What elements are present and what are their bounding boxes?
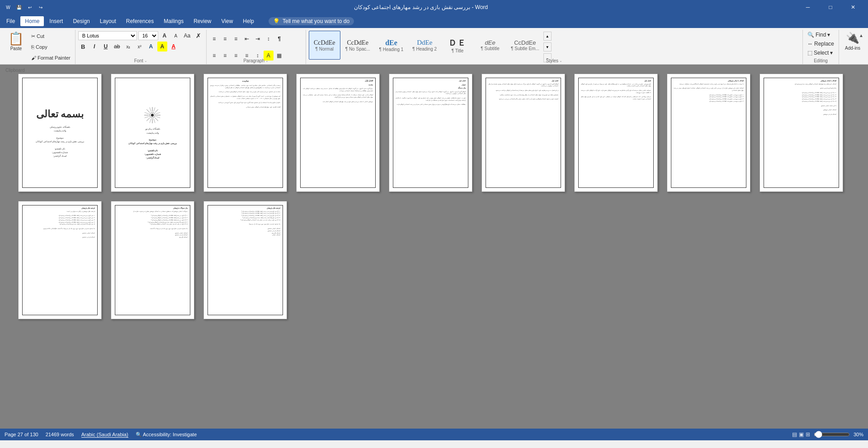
minimize-button[interactable]: ─: [797, 0, 818, 14]
select-button[interactable]: ⬚ Select ▾: [806, 49, 836, 57]
styles-group: CcDdEe ¶ Normal CcDdEe ¶ No Spac... dEe …: [306, 30, 803, 64]
editing-label: Editing: [814, 57, 828, 63]
decrease-indent-button[interactable]: ⇤: [242, 34, 252, 44]
font-expander[interactable]: ⌄: [144, 59, 147, 63]
editing-group: 🔍 Find ▾ ↔ Replace ⬚ Select ▾ Editing: [803, 30, 839, 64]
underline-button[interactable]: U: [101, 42, 111, 51]
tell-me-icon: 💡: [273, 18, 280, 24]
para-row-1: ≡ ≡ ≡ ⇤ ⇥ ↕ ¶: [209, 31, 303, 47]
title-bar-left: W 💾 ↩ ↪: [5, 4, 44, 11]
page-11: بیان سوالات پژوهش سوالات اصلی پژوهش که ب…: [111, 201, 194, 319]
language-indicator[interactable]: Arabic (Saudi Arabia): [81, 432, 128, 438]
style-title[interactable]: ＤＥ ¶ Title: [442, 31, 473, 60]
view-read-button[interactable]: ⊞: [806, 431, 810, 438]
font-group: B Lotus 16 A A Aa ✗ B I U ab x₂ x² A A A: [75, 30, 207, 64]
font-size-select[interactable]: 16: [138, 31, 158, 40]
bold-button[interactable]: B: [78, 42, 88, 51]
style-heading1[interactable]: dEe ¶ Heading 1: [375, 31, 408, 60]
copy-button[interactable]: ⎘ Copy: [29, 43, 72, 51]
style-title-label: ¶ Title: [452, 48, 464, 53]
style-normal[interactable]: CcDdEe ¶ Normal: [309, 31, 340, 60]
align-center-button[interactable]: ≡: [220, 51, 230, 61]
increase-indent-button[interactable]: ⇥: [253, 34, 263, 44]
style-subtle-emphasis[interactable]: CcDdEe ¶ Subtle Em...: [507, 31, 543, 60]
page11-content: بیان سوالات پژوهش سوالات اصلی پژوهش که ب…: [111, 201, 194, 319]
document-title: بررسی نقش بازی در رشد مهارهای اجتماعی کو…: [44, 4, 797, 10]
page12-content: فرضیه های پژوهش ۱- آیا بین بازی و بررسی …: [204, 201, 287, 319]
zoom-slider[interactable]: [814, 431, 850, 438]
title-bar: W 💾 ↩ ↪ بررسی نقش بازی در رشد مهارهای اج…: [0, 0, 868, 14]
font-grow-button[interactable]: A: [160, 31, 170, 41]
numbering-button[interactable]: ≡: [220, 34, 230, 44]
multilevel-list-button[interactable]: ≡: [231, 34, 241, 44]
align-left-button[interactable]: ≡: [209, 51, 219, 61]
format-painter-button[interactable]: 🖌 Format Painter: [29, 54, 72, 61]
select-icon: ⬚: [807, 50, 812, 56]
cut-button[interactable]: ✂ Cut: [29, 33, 72, 40]
clipboard-expander[interactable]: ⌄: [26, 68, 29, 72]
style-subtitle[interactable]: dEe ¶ Subtitle: [474, 31, 506, 60]
status-left: Page 27 of 130 21469 words Arabic (Saudi…: [5, 432, 197, 438]
strikethrough-button[interactable]: ab: [112, 42, 122, 51]
menu-view[interactable]: View: [217, 16, 238, 26]
word-count: 21469 words: [46, 432, 74, 437]
bullets-button[interactable]: ≡: [209, 34, 219, 44]
menu-design[interactable]: Design: [68, 16, 94, 26]
menu-review[interactable]: Review: [189, 16, 216, 26]
close-button[interactable]: ✕: [843, 0, 863, 14]
highlight-button[interactable]: A: [157, 42, 167, 51]
status-bar: Page 27 of 130 21469 words Arabic (Saudi…: [0, 429, 868, 440]
font-shrink-button[interactable]: A: [171, 31, 181, 41]
svg-point-1: [151, 114, 154, 117]
menu-home[interactable]: Home: [20, 16, 44, 26]
menu-references[interactable]: References: [122, 16, 158, 26]
undo-icon[interactable]: ↩: [26, 4, 33, 11]
save-icon[interactable]: 💾: [15, 4, 23, 11]
accessibility-indicator[interactable]: 🔍 Accessibility: Investigate: [136, 432, 197, 438]
maximize-button[interactable]: □: [820, 0, 841, 14]
svg-line-9: [147, 118, 150, 121]
styles-scroll-up[interactable]: ▲: [543, 32, 552, 41]
find-button[interactable]: 🔍 Find ▾: [806, 31, 836, 39]
style-nospacing[interactable]: CcDdEe ¶ No Spac...: [341, 31, 374, 60]
menu-file[interactable]: File: [2, 16, 19, 26]
replace-button[interactable]: ↔ Replace: [806, 40, 836, 48]
ribbon-collapse-button[interactable]: ▲: [859, 33, 863, 38]
style-heading2[interactable]: DdEe ¶ Heading 2: [408, 31, 441, 60]
paragraph-expander[interactable]: ⌄: [265, 59, 269, 63]
change-case-button[interactable]: Aa: [182, 31, 192, 41]
subscript-button[interactable]: x₂: [123, 42, 133, 51]
font-color-button[interactable]: A: [169, 42, 179, 51]
menu-help[interactable]: Help: [238, 16, 259, 26]
paste-button[interactable]: 📋 Paste: [5, 31, 28, 63]
styles-scroll-down[interactable]: ▼: [543, 42, 552, 51]
font-row-2: B I U ab x₂ x² A A A: [78, 42, 203, 51]
text-effects-button[interactable]: A: [146, 42, 156, 51]
select-arrow: ▾: [830, 50, 833, 56]
style-normal-preview: CcDdEe: [314, 39, 335, 47]
menu-mailings[interactable]: Mailings: [159, 16, 188, 26]
clear-formatting-button[interactable]: ✗: [193, 31, 203, 41]
italic-button[interactable]: I: [90, 42, 99, 51]
font-row-1: B Lotus 16 A A Aa ✗: [78, 31, 203, 41]
sort-button[interactable]: ↕: [264, 34, 274, 44]
styles-expander[interactable]: ⌄: [559, 59, 562, 63]
find-icon: 🔍: [807, 32, 814, 38]
view-print-button[interactable]: ▤: [792, 431, 797, 438]
superscript-button[interactable]: x²: [135, 42, 145, 51]
paste-icon: 📋: [8, 33, 24, 45]
menu-layout[interactable]: Layout: [95, 16, 121, 26]
style-subtitle-label: ¶ Subtitle: [481, 46, 500, 51]
style-h2-preview: DdEe: [417, 39, 432, 47]
menu-insert[interactable]: Insert: [45, 16, 67, 26]
redo-icon[interactable]: ↪: [37, 4, 44, 11]
view-web-button[interactable]: ▣: [799, 431, 804, 438]
svg-line-11: [150, 107, 151, 112]
show-marks-button[interactable]: ¶: [274, 34, 284, 44]
font-family-select[interactable]: B Lotus: [78, 31, 137, 40]
align-right-button[interactable]: ≡: [231, 51, 241, 61]
tell-me-bar[interactable]: 💡 Tell me what you want to do: [269, 17, 354, 25]
style-title-preview: ＤＥ: [448, 37, 467, 48]
page-5: فصل اول عنوان بیان مسأله کودکان گروه آزم…: [389, 74, 472, 192]
borders-button[interactable]: ▦: [274, 51, 284, 61]
